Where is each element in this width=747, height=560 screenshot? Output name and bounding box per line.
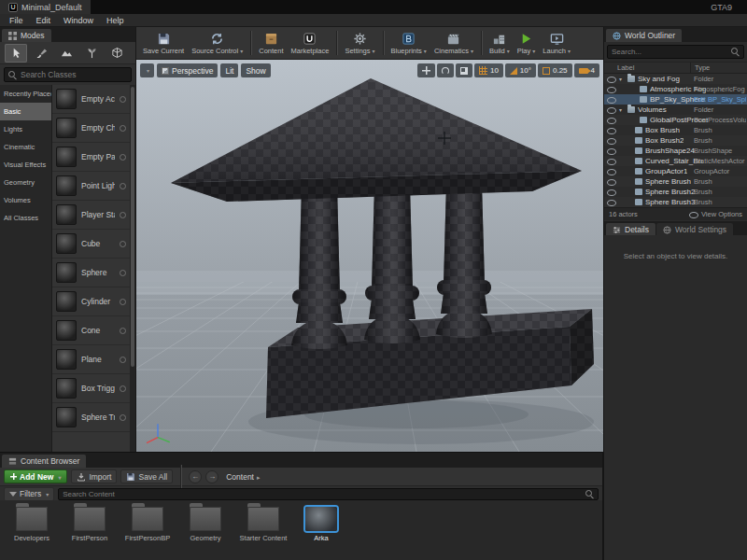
outliner-row[interactable]: ▾ Atmospheric Fog AtmosphericFog (604, 84, 747, 94)
drag-handle-icon[interactable] (120, 328, 126, 334)
tab-world-settings[interactable]: World Settings (656, 223, 733, 236)
drag-handle-icon[interactable] (120, 125, 126, 132)
placeable-item[interactable]: Sphere (52, 259, 130, 287)
expand-arrow-icon[interactable]: ▾ (619, 106, 625, 113)
type-column-header[interactable]: Type (690, 63, 747, 73)
mode-category[interactable]: Visual Effects (0, 156, 51, 174)
filters-button[interactable]: Filters (4, 487, 54, 501)
asset-folder[interactable]: FirstPersonBP (123, 507, 172, 542)
drag-handle-icon[interactable] (120, 299, 126, 305)
drag-handle-icon[interactable] (120, 357, 126, 363)
mode-category[interactable]: Cinematic (0, 138, 51, 156)
asset-folder[interactable]: Arka (297, 507, 345, 542)
perspective-button[interactable]: Perspective (157, 63, 218, 77)
move-tool-button[interactable] (417, 63, 435, 77)
placeable-item[interactable]: Cube (52, 230, 130, 259)
mode-category[interactable]: Recently Placed (0, 85, 51, 103)
drag-handle-icon[interactable] (120, 154, 126, 161)
placeable-item[interactable]: Plane (52, 345, 130, 374)
visibility-eye-icon[interactable] (607, 178, 616, 185)
menu-item[interactable]: File (3, 14, 30, 27)
modes-scrollbar[interactable] (130, 85, 135, 452)
visibility-eye-icon[interactable] (607, 199, 616, 205)
scrollbar-thumb[interactable] (131, 87, 134, 367)
outliner-row[interactable]: ▾ Volumes Folder (604, 105, 747, 115)
outliner-row[interactable]: ▾ BrushShape24 BrushShape (604, 146, 747, 156)
label-column-header[interactable]: Label (604, 63, 634, 72)
content-search-input[interactable] (63, 490, 583, 498)
search-classes-input[interactable] (21, 70, 127, 79)
title-bar[interactable]: U Minimal_Default GTA9 (0, 0, 747, 14)
rotation-snap-toggle[interactable]: 10° (505, 63, 536, 77)
visibility-eye-icon[interactable] (607, 168, 616, 175)
asset-folder[interactable]: Developers (7, 507, 56, 542)
save-all-button[interactable]: Save All (120, 469, 173, 483)
visibility-eye-icon[interactable] (607, 127, 616, 133)
asset-folder[interactable]: Starter Content (239, 507, 288, 542)
mode-category[interactable]: Basic (0, 103, 51, 120)
tab-world-outliner[interactable]: World Outliner (606, 29, 682, 42)
drag-handle-icon[interactable] (120, 414, 126, 421)
drag-handle-icon[interactable] (120, 183, 126, 189)
menu-item[interactable]: Help (100, 14, 131, 27)
add-new-button[interactable]: Add New (4, 469, 67, 483)
placeable-item[interactable]: Cone (52, 316, 130, 345)
placeable-item[interactable]: Empty Pawn (52, 143, 130, 172)
tab-modes[interactable]: Modes (2, 29, 51, 42)
drag-handle-icon[interactable] (120, 212, 126, 218)
back-button[interactable] (189, 470, 202, 483)
project-tab[interactable]: U Minimal_Default (0, 0, 91, 14)
marketplace-button[interactable]: Marketplace (288, 28, 333, 59)
drag-handle-icon[interactable] (120, 270, 126, 276)
visibility-eye-icon[interactable] (607, 76, 616, 82)
outliner-row[interactable]: ▾ Box Brush2 Brush (604, 135, 747, 146)
visibility-eye-icon[interactable] (607, 86, 616, 92)
menu-item[interactable]: Window (57, 14, 100, 27)
outliner-row[interactable]: ▾ Sphere Brush3 Brush (604, 197, 747, 207)
placeable-item[interactable]: Point Light (52, 172, 130, 201)
paint-mode-button[interactable] (30, 44, 52, 63)
mode-category[interactable]: Lights (0, 120, 51, 138)
outliner-row[interactable]: ▾ GroupActor1 GroupActor (604, 166, 747, 176)
expand-arrow-icon[interactable]: ▾ (619, 76, 625, 82)
tab-content-browser[interactable]: Content Browser (2, 455, 86, 468)
cinematics-button[interactable]: Cinematics (430, 28, 477, 59)
placeable-item[interactable]: Player Start (52, 201, 130, 230)
viewport-scene[interactable] (136, 60, 603, 452)
visibility-eye-icon[interactable] (607, 137, 616, 144)
placeable-item[interactable]: Cylinder (52, 287, 130, 316)
save-current-button[interactable]: Save Current (139, 28, 188, 59)
place-mode-button[interactable] (5, 44, 27, 63)
drag-handle-icon[interactable] (120, 385, 126, 392)
viewport-options-button[interactable] (140, 63, 154, 77)
outliner-search-input[interactable] (612, 48, 728, 56)
landscape-mode-button[interactable] (55, 44, 78, 63)
launch-button[interactable]: Launch (539, 28, 574, 59)
drag-handle-icon[interactable] (120, 96, 126, 103)
asset-folder[interactable]: FirstPerson (65, 507, 114, 542)
forward-button[interactable] (205, 470, 218, 483)
visibility-eye-icon[interactable] (607, 96, 616, 103)
foliage-mode-button[interactable] (80, 44, 103, 63)
breadcrumb[interactable]: Content (222, 472, 263, 482)
blueprints-button[interactable]: Blueprints (388, 28, 430, 59)
settings-button[interactable]: Settings (341, 28, 378, 59)
scale-snap-toggle[interactable]: 0.25 (538, 63, 572, 77)
show-flags-button[interactable]: Show (241, 63, 270, 77)
rotate-tool-button[interactable] (437, 63, 454, 77)
visibility-eye-icon[interactable] (607, 147, 616, 154)
geometry-mode-button[interactable] (106, 44, 128, 63)
outliner-row[interactable]: ▾ Sphere Brush2 Brush (604, 187, 747, 197)
visibility-eye-icon[interactable] (607, 117, 616, 123)
visibility-eye-icon[interactable] (607, 158, 616, 164)
outliner-row[interactable]: ▾ Box Brush Brush (604, 125, 747, 135)
camera-speed-button[interactable]: 4 (574, 63, 599, 77)
source-control-button[interactable]: Source Control (188, 28, 247, 59)
placeable-item[interactable]: Box Trigger (52, 374, 130, 403)
outliner-row[interactable]: ▾ Curved_Stair_Brush_StaticMesh StaticMe… (604, 156, 747, 166)
import-button[interactable]: Import (71, 469, 117, 483)
scale-tool-button[interactable] (456, 63, 472, 77)
outliner-row[interactable]: ▾ Sphere Brush Brush (604, 176, 747, 187)
outliner-row[interactable]: ▾ GlobalPostProcessVolume PostProcessVol… (604, 115, 747, 125)
viewport[interactable]: Perspective Lit Show 10 10° 0.2 (136, 60, 603, 452)
